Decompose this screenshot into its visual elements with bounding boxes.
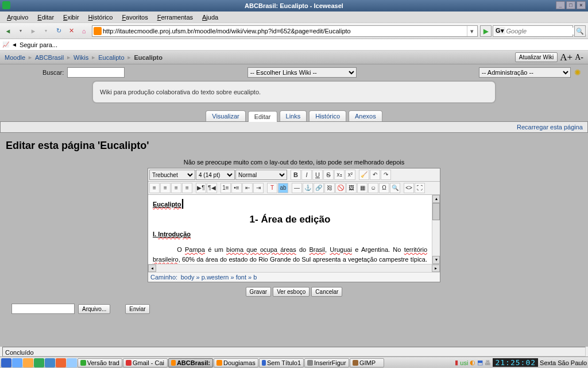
browser-icon[interactable]	[45, 358, 55, 367]
back-drop[interactable]: ▾	[15, 25, 26, 37]
back-button[interactable]: ◄	[2, 25, 14, 37]
maximize-button[interactable]: □	[566, 1, 575, 9]
image-button[interactable]: 🖼	[346, 183, 357, 193]
italic-button[interactable]: I	[301, 170, 312, 180]
bgcolor-button[interactable]: ab	[278, 183, 288, 193]
reload-page-link[interactable]: Recarregar esta página	[517, 124, 583, 131]
menu-editar[interactable]: Editar	[33, 14, 59, 21]
editor-body[interactable]: Eucalipto| 1- Área de edição I. Introduç…	[148, 195, 440, 264]
star-icon[interactable]: ✺	[574, 68, 581, 77]
start-button[interactable]	[1, 358, 11, 367]
decrease-font[interactable]: A-	[575, 53, 583, 62]
home-icon[interactable]	[23, 358, 33, 367]
editor-hscroll[interactable]: ◂ ▸	[148, 264, 440, 272]
terminal-icon[interactable]	[34, 358, 44, 367]
firefox-icon[interactable]	[56, 358, 66, 367]
tab-editar[interactable]: Editar	[248, 111, 277, 122]
bc-wikis[interactable]: Wikis	[74, 54, 88, 61]
underline-button[interactable]: U	[312, 170, 323, 180]
task-gimp[interactable]: GIMP	[350, 358, 384, 367]
tab-visualizar[interactable]: Visualizar	[206, 110, 246, 121]
url-dropdown[interactable]: ▾	[467, 26, 476, 36]
menu-arquivo[interactable]: Arquivo	[2, 14, 33, 21]
hr-button[interactable]: —	[292, 183, 302, 193]
send-button[interactable]: Enviar	[125, 304, 149, 314]
size-select[interactable]: 4 (14 pt)	[196, 170, 235, 180]
stop-button[interactable]: ✕	[65, 25, 77, 37]
atualizar-wiki-button[interactable]: Atualizar Wiki	[515, 52, 558, 62]
task-dougiamas[interactable]: Dougiamas	[214, 358, 258, 367]
chart-icon[interactable]: 📈	[2, 41, 9, 48]
link-button[interactable]: 🔗	[314, 183, 324, 193]
nolink-button[interactable]: 🚫	[335, 183, 346, 193]
align-left[interactable]: ≡	[149, 183, 160, 193]
search-box[interactable]: G▾	[493, 25, 573, 37]
close-button[interactable]: ×	[577, 1, 586, 9]
admin-select[interactable]: -- Administração --	[479, 67, 571, 78]
sup-button[interactable]: x²	[345, 170, 355, 180]
task-abcbrasil[interactable]: ABCBrasil:	[168, 358, 213, 367]
task-semtitulo[interactable]: Sem Título1	[259, 358, 304, 367]
fullscreen-button[interactable]: ⛶	[415, 183, 425, 193]
tab-anexos[interactable]: Anexos	[349, 110, 382, 121]
go-button[interactable]: ▶	[480, 25, 492, 37]
scroll-up-icon[interactable]: ▴	[432, 195, 440, 203]
task-gmail[interactable]: Gmail - Cai	[123, 358, 168, 367]
textcolor-button[interactable]: T	[267, 183, 277, 193]
menu-historico[interactable]: Histórico	[84, 14, 118, 21]
align-right[interactable]: ≡	[171, 183, 181, 193]
cancel-button[interactable]: Cancelar	[311, 287, 342, 297]
ol-button[interactable]: 1≡	[220, 183, 231, 193]
menu-exibir[interactable]: Exibir	[59, 14, 84, 21]
wiki-links-select[interactable]: -- Escolher Links Wiki --	[247, 67, 357, 78]
file-browse-button[interactable]: Arquivo...	[78, 304, 110, 314]
buscar-input[interactable]	[67, 67, 125, 78]
home-button[interactable]: ⌂	[78, 25, 90, 37]
editor-vscroll[interactable]: ▴ ▾	[432, 195, 440, 264]
undo-button[interactable]: ↶	[370, 170, 380, 180]
path-value[interactable]: body » p.western » font » b	[181, 274, 257, 281]
align-justify[interactable]: ≡	[182, 183, 192, 193]
menu-favoritos[interactable]: Favoritos	[117, 14, 152, 21]
increase-font[interactable]: A+	[560, 52, 572, 63]
scroll-down-icon[interactable]: ▾	[432, 256, 440, 264]
ul-button[interactable]: •≡	[231, 183, 242, 193]
scroll-left-icon[interactable]: ◂	[148, 264, 156, 272]
outdent-button[interactable]: ⇤	[242, 183, 253, 193]
bold-button[interactable]: B	[291, 170, 301, 180]
bc-abcbrasil[interactable]: ABCBrasil	[35, 54, 64, 61]
style-select[interactable]: Normal	[235, 170, 287, 180]
tab-links[interactable]: Links	[280, 110, 307, 121]
tray-icon[interactable]: 🖶	[485, 359, 491, 366]
save-button[interactable]: Gravar	[246, 287, 272, 297]
strike-button[interactable]: S	[323, 170, 334, 180]
url-bar[interactable]: ▾	[92, 25, 478, 37]
tray-icon[interactable]: ▮	[455, 359, 458, 366]
bc-eucalipto[interactable]: Eucalipto	[98, 54, 124, 61]
unlink-button[interactable]: ⛓	[324, 183, 335, 193]
source-button[interactable]: <>	[404, 183, 414, 193]
mail-icon[interactable]	[67, 358, 77, 367]
clock[interactable]: 21:25:02	[493, 358, 538, 367]
scroll-thumb[interactable]	[432, 203, 440, 220]
align-center[interactable]: ≡	[160, 183, 171, 193]
redo-button[interactable]: ↷	[381, 170, 391, 180]
rewind-icon[interactable]: ◄	[11, 41, 17, 48]
bc-moodle[interactable]: Moodle	[5, 54, 25, 61]
tab-historico[interactable]: Histórico	[309, 110, 346, 121]
minimize-button[interactable]: _	[556, 1, 565, 9]
ltr-button[interactable]: ▶¶	[196, 183, 206, 193]
font-select[interactable]: Trebuchet	[149, 170, 195, 180]
preview-button[interactable]: Ver esboço	[273, 287, 310, 297]
tray-icon[interactable]: ⬒	[477, 359, 483, 366]
tray-icon[interactable]: ◐	[470, 359, 475, 366]
sub-button[interactable]: x₂	[334, 170, 345, 180]
task-versao[interactable]: Versão trad	[78, 358, 122, 367]
menu-ferramentas[interactable]: Ferramentas	[153, 14, 198, 21]
find-button[interactable]: 🔍	[390, 183, 400, 193]
forward-drop[interactable]: ▾	[40, 25, 52, 37]
url-input[interactable]	[103, 28, 467, 34]
smiley-button[interactable]: ☺	[368, 183, 378, 193]
menu-ajuda[interactable]: Ajuda	[198, 14, 223, 21]
rtl-button[interactable]: ¶◀	[207, 183, 217, 193]
